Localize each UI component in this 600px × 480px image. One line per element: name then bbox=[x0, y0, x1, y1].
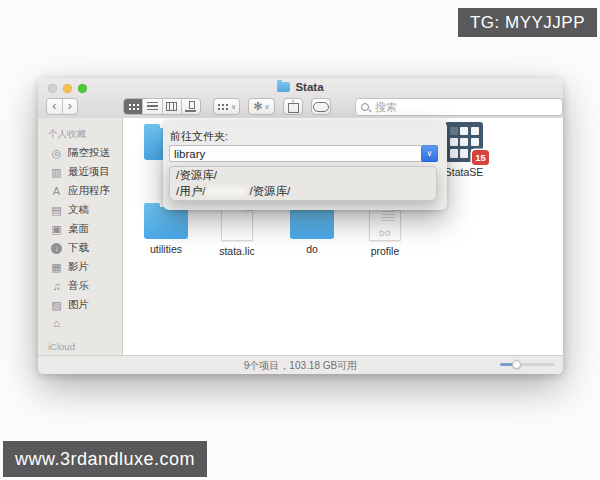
airdrop-icon: ◎ bbox=[50, 147, 63, 159]
path-prefix: /用户/ bbox=[176, 185, 205, 197]
autocomplete-list: /资源库/ /用户//资源库/ bbox=[169, 166, 437, 201]
sidebar-item-downloads[interactable]: ↓ 下载 bbox=[38, 238, 122, 257]
recents-icon: ▥ bbox=[50, 166, 63, 178]
slider-knob[interactable] bbox=[512, 360, 521, 369]
back-button[interactable]: ‹ bbox=[47, 99, 62, 114]
file-label: utilities bbox=[150, 244, 182, 255]
sidebar-item-airdrop[interactable]: ◎ 隔空投送 bbox=[38, 143, 122, 162]
sidebar-item-movies[interactable]: ▦ 影片 bbox=[38, 257, 122, 276]
folder-icon bbox=[290, 207, 334, 239]
chevron-down-icon: ∨ bbox=[427, 149, 433, 158]
tag-icon bbox=[313, 102, 329, 112]
sidebar-item-label: 应用程序 bbox=[68, 184, 110, 198]
search-field[interactable] bbox=[355, 98, 563, 116]
pictures-icon: ▨ bbox=[50, 299, 63, 311]
window-header: Stata ‹ › ∨ ✻ ∨ bbox=[38, 78, 563, 119]
notification-badge: 15 bbox=[472, 150, 489, 165]
path-input[interactable] bbox=[169, 145, 421, 162]
list-view-icon bbox=[147, 102, 158, 111]
suggestion-item[interactable]: /资源库/ bbox=[170, 167, 436, 183]
list-view-button[interactable] bbox=[143, 99, 162, 114]
sidebar-item-recents[interactable]: ▥ 最近项目 bbox=[38, 162, 122, 181]
suggestion-item[interactable]: /用户//资源库/ bbox=[170, 183, 436, 199]
sidebar-header-favorites: 个人收藏 bbox=[48, 128, 122, 141]
status-bar: 9个项目，103.18 GB可用 bbox=[38, 355, 563, 374]
watermark-bottom: www.3rdandluxe.com bbox=[3, 441, 207, 477]
folder-proxy-icon bbox=[277, 82, 290, 92]
share-button[interactable] bbox=[283, 98, 303, 115]
sidebar-header-icloud: iCloud bbox=[48, 341, 122, 352]
sidebar-item-label: 图片 bbox=[68, 298, 89, 312]
group-by-button[interactable]: ∨ bbox=[213, 98, 240, 115]
sidebar-item-label: 桌面 bbox=[68, 222, 89, 236]
toolbar: ‹ › ∨ ✻ ∨ bbox=[38, 96, 563, 118]
share-icon bbox=[288, 103, 299, 113]
watermark-top: TG: MYYJJPP bbox=[458, 8, 597, 37]
music-icon: ♫ bbox=[50, 280, 63, 292]
applications-icon: A bbox=[50, 185, 63, 197]
coverflow-view-button[interactable] bbox=[182, 99, 200, 114]
group-icon bbox=[217, 103, 228, 111]
file-label: do bbox=[306, 244, 318, 255]
home-icon: ⌂ bbox=[50, 317, 63, 329]
go-to-folder-dialog: 前往文件夹: ∨ /资源库/ /用户//资源库/ bbox=[163, 121, 447, 210]
statase-app-icon: 15 bbox=[445, 122, 483, 162]
sidebar-item-label: 下载 bbox=[68, 241, 89, 255]
search-input[interactable] bbox=[373, 100, 537, 114]
chevron-down-icon: ∨ bbox=[231, 103, 236, 111]
masked-username bbox=[206, 187, 246, 196]
sidebar-item-pictures[interactable]: ▨ 图片 bbox=[38, 295, 122, 314]
path-suffix: /资源库/ bbox=[249, 185, 290, 197]
finder-window: Stata ‹ › ∨ ✻ ∨ bbox=[38, 78, 563, 374]
view-switcher bbox=[123, 98, 201, 115]
file-label: profile bbox=[371, 246, 400, 257]
item-count-text: 9个项目，103.18 GB可用 bbox=[38, 359, 563, 373]
movies-icon: ▦ bbox=[50, 261, 63, 273]
file-item-stata-lic[interactable]: stata.lic bbox=[205, 202, 269, 257]
chevron-down-icon: ∨ bbox=[265, 103, 270, 111]
sidebar-item-desktop[interactable]: ▣ 桌面 bbox=[38, 219, 122, 238]
document-text-lines bbox=[382, 208, 395, 223]
sidebar-item-label: 最近项目 bbox=[68, 165, 110, 179]
sidebar-item-documents[interactable]: ▤ 文稿 bbox=[38, 200, 122, 219]
path-input-row: ∨ bbox=[169, 145, 438, 162]
column-view-icon bbox=[166, 102, 177, 111]
nav-buttons: ‹ › bbox=[46, 98, 78, 115]
action-menu-button[interactable]: ✻ ∨ bbox=[248, 98, 275, 115]
file-item-profile[interactable]: DO profile bbox=[353, 202, 417, 257]
column-view-button[interactable] bbox=[163, 99, 182, 114]
forward-button[interactable]: › bbox=[63, 99, 78, 114]
icon-view-icon bbox=[128, 103, 139, 111]
sidebar-item-applications[interactable]: A 应用程序 bbox=[38, 181, 122, 200]
documents-icon: ▤ bbox=[50, 204, 63, 216]
sidebar-item-music[interactable]: ♫ 音乐 bbox=[38, 276, 122, 295]
file-label: stata.lic bbox=[219, 246, 255, 257]
doc-type-label: DO bbox=[370, 230, 400, 237]
folder-icon bbox=[144, 207, 188, 239]
gear-icon: ✻ bbox=[253, 100, 262, 113]
sidebar-item-label: 影片 bbox=[68, 260, 89, 274]
sidebar-item-home[interactable]: ⌂ bbox=[38, 314, 122, 331]
sidebar-item-label: 文稿 bbox=[68, 203, 89, 217]
sidebar-item-label: 隔空投送 bbox=[68, 146, 110, 160]
tag-button[interactable] bbox=[311, 98, 331, 115]
downloads-icon: ↓ bbox=[50, 241, 63, 254]
window-title-area: Stata bbox=[38, 81, 563, 93]
sidebar-item-label: 音乐 bbox=[68, 279, 89, 293]
icon-size-slider[interactable] bbox=[500, 363, 555, 366]
coverflow-view-icon bbox=[185, 101, 196, 112]
sidebar: 个人收藏 ◎ 隔空投送 ▥ 最近项目 A 应用程序 ▤ 文稿 ▣ 桌面 ↓ 下载… bbox=[38, 118, 123, 356]
file-label: StataSE bbox=[445, 167, 484, 178]
search-icon bbox=[361, 103, 369, 111]
combo-dropdown-button[interactable]: ∨ bbox=[421, 145, 438, 162]
window-title: Stata bbox=[295, 81, 323, 93]
desktop-icon: ▣ bbox=[50, 223, 63, 235]
icon-view-button[interactable] bbox=[124, 99, 143, 114]
dialog-title: 前往文件夹: bbox=[170, 129, 228, 144]
